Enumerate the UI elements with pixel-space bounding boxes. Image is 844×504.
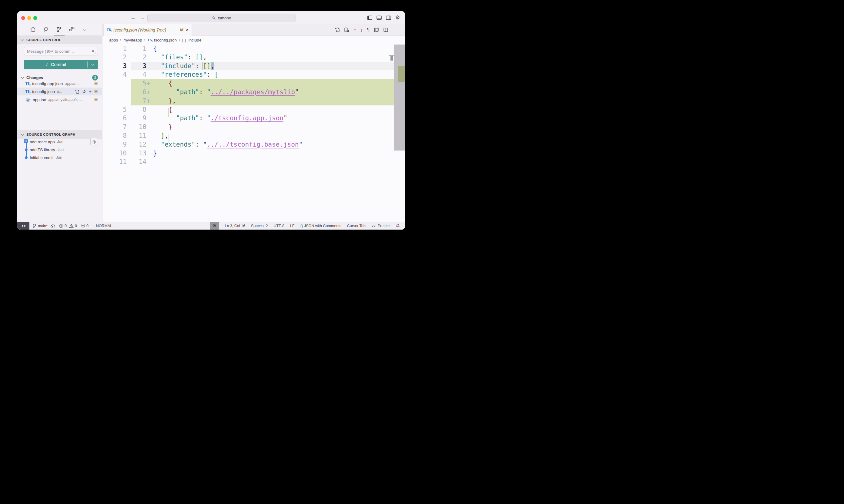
scrollbar-slider[interactable]	[394, 44, 405, 150]
code-line[interactable]: 1013}	[102, 149, 405, 158]
radio-tower-icon	[81, 224, 85, 228]
split-editor-icon[interactable]	[383, 27, 389, 32]
typescript-file-icon: TS❋	[107, 28, 111, 32]
generate-commit-message-sparkle-icon[interactable]: ✧✦	[91, 49, 95, 54]
source-control-section-header[interactable]: SOURCE CONTROL	[17, 35, 102, 44]
eol-status[interactable]: LF	[290, 224, 295, 228]
tab-title: tsconfig.json (Working Tree)	[114, 28, 177, 32]
toggle-panel-icon[interactable]	[377, 15, 382, 20]
toggle-primary-sidebar-icon[interactable]	[367, 15, 372, 20]
indent-guide	[161, 132, 161, 152]
commit-row[interactable]: add react app Juri ◎	[17, 138, 102, 146]
activity-overflow-chevron-icon[interactable]	[83, 28, 86, 31]
react-file-icon	[25, 97, 30, 102]
open-file-icon[interactable]	[75, 89, 80, 94]
zoom-indicator[interactable]	[210, 222, 219, 230]
code-line[interactable]: 69 "path": "./tsconfig.app.json"	[102, 114, 405, 123]
source-control-graph-section-header[interactable]: SOURCE CONTROL GRAPH	[17, 130, 102, 139]
code-line[interactable]: 811 ],	[102, 131, 405, 140]
changes-label: Changes	[27, 75, 43, 80]
typescript-file-icon: TS❋	[25, 82, 30, 85]
toggle-secondary-sidebar-icon[interactable]	[386, 15, 391, 20]
explorer-icon[interactable]	[30, 26, 36, 33]
back-icon[interactable]: ←	[131, 14, 136, 21]
indent-guide	[161, 100, 161, 132]
minimap-text-mark	[391, 56, 393, 60]
open-changes-icon[interactable]	[335, 27, 340, 32]
inline-view-icon[interactable]	[344, 27, 349, 32]
code-line[interactable]: 44 "references": [	[102, 70, 405, 79]
cursor-tab-status[interactable]: Cursor Tab	[347, 224, 366, 228]
more-actions-icon[interactable]: ···	[393, 28, 398, 32]
braces-icon: {}	[300, 224, 303, 228]
next-change-icon[interactable]: ↓	[360, 28, 363, 32]
toggle-whitespace-icon[interactable]: ¶	[367, 28, 369, 32]
code-line[interactable]: 5+ {	[102, 79, 405, 88]
commit-message: Initial commit	[30, 156, 54, 160]
change-row-tsconfig-app-json[interactable]: TS❋ tsconfig.app.json apps/m... M	[17, 80, 102, 88]
chevron-down-icon	[21, 75, 24, 78]
code-line[interactable]: 912 "extends": "../../tsconfig.base.json…	[102, 140, 405, 149]
command-center-search[interactable]: tsmono	[147, 14, 296, 22]
notifications-bell-icon[interactable]	[396, 223, 400, 228]
breadcrumb-item[interactable]: myviteapp	[123, 38, 142, 42]
commit-dropdown-button[interactable]	[88, 63, 98, 66]
formatter-status[interactable]: ✓✓Prettier	[372, 223, 390, 228]
code-lines: 11{22 "files": [],33 "include": [],44 "r…	[102, 44, 405, 166]
map-icon[interactable]	[374, 27, 379, 32]
close-tab-icon[interactable]: ×	[186, 28, 189, 32]
source-control-view-icon[interactable]	[56, 26, 62, 33]
code-line[interactable]: 6+ "path": "../../packages/mytslib"	[102, 88, 405, 96]
status-bar: >< main* 0 0 0 -- NORMAL --	[17, 222, 405, 230]
settings-gear-icon[interactable]: ⚙	[395, 15, 400, 20]
minimize-window-button[interactable]	[27, 16, 31, 20]
graph-header-label: SOURCE CONTROL GRAPH	[27, 133, 75, 136]
language-mode-status[interactable]: {}JSON with Comments	[300, 224, 341, 228]
typescript-file-icon: TS❋	[25, 90, 30, 93]
commit-message: add TS library	[30, 147, 55, 152]
code-line[interactable]: 58 {	[102, 105, 405, 114]
tab-tsconfig-json-working-tree[interactable]: TS❋ tsconfig.json (Working Tree) M ×	[103, 24, 192, 36]
breadcrumb[interactable]: apps › myviteapp › TS❋ tsconfig.json › […	[102, 36, 405, 44]
change-row-tsconfig-json[interactable]: TS❋ tsconfig.json a... ↺ + M	[17, 88, 102, 95]
problems-status[interactable]: 0 0	[59, 224, 77, 228]
commit-row[interactable]: add TS library Juri	[17, 146, 102, 154]
file-path: apps/m...	[65, 82, 94, 86]
encoding-status[interactable]: UTF-8	[274, 224, 285, 228]
branch-status[interactable]: main*	[32, 223, 55, 228]
chevron-down-icon	[91, 62, 94, 66]
breadcrumb-item[interactable]: apps	[109, 38, 118, 42]
code-line[interactable]: 710 }	[102, 123, 405, 131]
cursor-position-status[interactable]: Ln 3, Col 16	[225, 224, 245, 228]
change-row-app-tsx[interactable]: app.tsx apps/myviteapp/sr... M	[17, 96, 102, 104]
indent-guide	[168, 134, 169, 143]
commit-row[interactable]: Initial commit Juri	[17, 154, 102, 161]
commit-button[interactable]: ✓Commit	[24, 60, 98, 69]
vscode-window: ← → tsmono ⚙	[17, 11, 405, 230]
search-value: tsmono	[218, 16, 231, 20]
code-line[interactable]: 22 "files": [],	[102, 53, 405, 62]
commit-message-input[interactable]: Message (⌘↵ to comm... ✧✦	[24, 47, 98, 55]
extensions-icon[interactable]	[69, 26, 75, 33]
code-line[interactable]: 11{	[102, 44, 405, 53]
stage-changes-icon[interactable]: +	[89, 89, 91, 94]
indentation-status[interactable]: Spaces: 2	[251, 224, 268, 228]
title-bar: ← → tsmono ⚙	[17, 11, 405, 24]
previous-change-icon[interactable]: ↑	[354, 28, 356, 32]
breadcrumb-item[interactable]: include	[189, 38, 202, 42]
discard-changes-icon[interactable]: ↺	[82, 89, 86, 94]
code-line[interactable]: 1114	[102, 158, 405, 166]
breadcrumb-item[interactable]: tsconfig.json	[154, 38, 177, 42]
code-line[interactable]: 7+ },	[102, 96, 405, 105]
goto-current-commit-button[interactable]: ◎	[90, 138, 98, 145]
chevron-down-icon	[21, 132, 24, 136]
vim-mode-status[interactable]: -- NORMAL --	[92, 224, 116, 228]
ports-status[interactable]: 0	[81, 224, 88, 228]
file-path: apps/myviteapp/sr...	[48, 97, 94, 102]
remote-indicator[interactable]: ><	[17, 222, 30, 230]
search-view-icon[interactable]	[44, 26, 49, 33]
close-window-button[interactable]	[21, 16, 25, 20]
code-line[interactable]: 33 "include": [],	[102, 62, 405, 71]
forward-icon[interactable]: →	[139, 14, 145, 21]
maximize-window-button[interactable]	[33, 16, 37, 20]
